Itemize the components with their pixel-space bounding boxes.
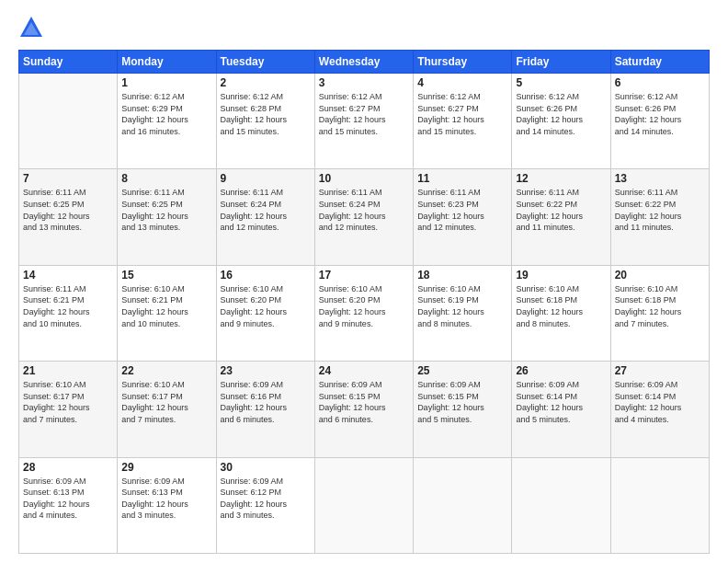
day-number: 25 [417, 364, 507, 377]
calendar-cell [414, 457, 512, 553]
day-info: Sunrise: 6:12 AM Sunset: 6:27 PM Dayligh… [319, 91, 409, 137]
day-info: Sunrise: 6:10 AM Sunset: 6:18 PM Dayligh… [615, 283, 705, 329]
day-number: 5 [516, 76, 606, 89]
calendar-cell: 27Sunrise: 6:09 AM Sunset: 6:14 PM Dayli… [610, 362, 709, 457]
day-number: 19 [516, 269, 606, 282]
day-number: 30 [221, 461, 311, 474]
day-number: 12 [516, 172, 606, 185]
day-info: Sunrise: 6:11 AM Sunset: 6:22 PM Dayligh… [615, 187, 705, 233]
calendar-week-row: 28Sunrise: 6:09 AM Sunset: 6:13 PM Dayli… [19, 457, 710, 553]
day-number: 28 [23, 461, 113, 474]
calendar-cell [19, 74, 118, 169]
day-number: 6 [615, 76, 705, 89]
calendar-week-row: 21Sunrise: 6:10 AM Sunset: 6:17 PM Dayli… [19, 362, 710, 457]
day-info: Sunrise: 6:10 AM Sunset: 6:17 PM Dayligh… [23, 379, 113, 425]
calendar-cell: 13Sunrise: 6:11 AM Sunset: 6:22 PM Dayli… [610, 169, 709, 265]
day-number: 1 [121, 76, 211, 89]
weekday-header-row: SundayMondayTuesdayWednesdayThursdayFrid… [19, 51, 710, 74]
day-number: 3 [319, 76, 409, 89]
calendar-cell: 12Sunrise: 6:11 AM Sunset: 6:22 PM Dayli… [512, 169, 610, 265]
day-number: 27 [615, 364, 705, 377]
day-number: 29 [121, 461, 211, 474]
weekday-monday: Monday [118, 51, 216, 74]
logo-icon [18, 15, 44, 40]
day-number: 7 [23, 172, 113, 185]
calendar-cell: 5Sunrise: 6:12 AM Sunset: 6:26 PM Daylig… [512, 74, 610, 169]
calendar-cell: 6Sunrise: 6:12 AM Sunset: 6:26 PM Daylig… [610, 74, 709, 169]
logo [18, 15, 48, 40]
day-info: Sunrise: 6:10 AM Sunset: 6:19 PM Dayligh… [417, 283, 507, 329]
day-number: 16 [221, 269, 311, 282]
calendar-cell: 17Sunrise: 6:10 AM Sunset: 6:20 PM Dayli… [314, 265, 413, 361]
day-info: Sunrise: 6:12 AM Sunset: 6:27 PM Dayligh… [417, 91, 507, 137]
day-info: Sunrise: 6:11 AM Sunset: 6:21 PM Dayligh… [23, 283, 113, 329]
calendar-cell [314, 457, 413, 553]
weekday-friday: Friday [512, 51, 610, 74]
calendar-cell: 28Sunrise: 6:09 AM Sunset: 6:13 PM Dayli… [19, 457, 118, 553]
calendar-cell: 8Sunrise: 6:11 AM Sunset: 6:25 PM Daylig… [118, 169, 216, 265]
calendar-cell: 22Sunrise: 6:10 AM Sunset: 6:17 PM Dayli… [118, 362, 216, 457]
day-info: Sunrise: 6:10 AM Sunset: 6:21 PM Dayligh… [121, 283, 211, 329]
calendar-week-row: 7Sunrise: 6:11 AM Sunset: 6:25 PM Daylig… [19, 169, 710, 265]
day-info: Sunrise: 6:09 AM Sunset: 6:13 PM Dayligh… [23, 476, 113, 522]
day-info: Sunrise: 6:11 AM Sunset: 6:24 PM Dayligh… [221, 187, 311, 233]
calendar-cell: 1Sunrise: 6:12 AM Sunset: 6:29 PM Daylig… [118, 74, 216, 169]
day-number: 14 [23, 269, 113, 282]
calendar-cell: 19Sunrise: 6:10 AM Sunset: 6:18 PM Dayli… [512, 265, 610, 361]
day-info: Sunrise: 6:09 AM Sunset: 6:14 PM Dayligh… [615, 379, 705, 425]
calendar-cell: 25Sunrise: 6:09 AM Sunset: 6:15 PM Dayli… [414, 362, 512, 457]
day-number: 23 [221, 364, 311, 377]
day-number: 17 [319, 269, 409, 282]
weekday-tuesday: Tuesday [216, 51, 314, 74]
day-number: 22 [121, 364, 211, 377]
day-info: Sunrise: 6:10 AM Sunset: 6:20 PM Dayligh… [221, 283, 311, 329]
calendar-cell: 30Sunrise: 6:09 AM Sunset: 6:12 PM Dayli… [216, 457, 314, 553]
day-info: Sunrise: 6:11 AM Sunset: 6:25 PM Dayligh… [121, 187, 211, 233]
day-number: 9 [221, 172, 311, 185]
calendar-cell: 20Sunrise: 6:10 AM Sunset: 6:18 PM Dayli… [610, 265, 709, 361]
calendar-cell: 10Sunrise: 6:11 AM Sunset: 6:24 PM Dayli… [314, 169, 413, 265]
day-info: Sunrise: 6:12 AM Sunset: 6:28 PM Dayligh… [221, 91, 311, 137]
calendar-cell: 26Sunrise: 6:09 AM Sunset: 6:14 PM Dayli… [512, 362, 610, 457]
day-number: 24 [319, 364, 409, 377]
weekday-sunday: Sunday [19, 51, 118, 74]
day-number: 2 [221, 76, 311, 89]
header [18, 15, 710, 40]
calendar-week-row: 14Sunrise: 6:11 AM Sunset: 6:21 PM Dayli… [19, 265, 710, 361]
day-info: Sunrise: 6:09 AM Sunset: 6:15 PM Dayligh… [319, 379, 409, 425]
day-number: 8 [121, 172, 211, 185]
calendar-cell: 18Sunrise: 6:10 AM Sunset: 6:19 PM Dayli… [414, 265, 512, 361]
day-number: 21 [23, 364, 113, 377]
day-info: Sunrise: 6:11 AM Sunset: 6:22 PM Dayligh… [516, 187, 606, 233]
calendar-cell: 15Sunrise: 6:10 AM Sunset: 6:21 PM Dayli… [118, 265, 216, 361]
calendar-cell [610, 457, 709, 553]
calendar-cell: 2Sunrise: 6:12 AM Sunset: 6:28 PM Daylig… [216, 74, 314, 169]
calendar-cell: 24Sunrise: 6:09 AM Sunset: 6:15 PM Dayli… [314, 362, 413, 457]
calendar-week-row: 1Sunrise: 6:12 AM Sunset: 6:29 PM Daylig… [19, 74, 710, 169]
day-info: Sunrise: 6:12 AM Sunset: 6:26 PM Dayligh… [615, 91, 705, 137]
calendar-cell: 9Sunrise: 6:11 AM Sunset: 6:24 PM Daylig… [216, 169, 314, 265]
calendar-cell: 4Sunrise: 6:12 AM Sunset: 6:27 PM Daylig… [414, 74, 512, 169]
calendar-cell: 29Sunrise: 6:09 AM Sunset: 6:13 PM Dayli… [118, 457, 216, 553]
calendar-cell: 23Sunrise: 6:09 AM Sunset: 6:16 PM Dayli… [216, 362, 314, 457]
day-info: Sunrise: 6:11 AM Sunset: 6:25 PM Dayligh… [23, 187, 113, 233]
weekday-thursday: Thursday [414, 51, 512, 74]
calendar-cell: 3Sunrise: 6:12 AM Sunset: 6:27 PM Daylig… [314, 74, 413, 169]
day-info: Sunrise: 6:10 AM Sunset: 6:18 PM Dayligh… [516, 283, 606, 329]
calendar-cell: 16Sunrise: 6:10 AM Sunset: 6:20 PM Dayli… [216, 265, 314, 361]
day-info: Sunrise: 6:09 AM Sunset: 6:12 PM Dayligh… [221, 476, 311, 522]
day-number: 13 [615, 172, 705, 185]
calendar-cell: 14Sunrise: 6:11 AM Sunset: 6:21 PM Dayli… [19, 265, 118, 361]
page: SundayMondayTuesdayWednesdayThursdayFrid… [0, 0, 728, 563]
calendar-cell: 21Sunrise: 6:10 AM Sunset: 6:17 PM Dayli… [19, 362, 118, 457]
day-info: Sunrise: 6:10 AM Sunset: 6:20 PM Dayligh… [319, 283, 409, 329]
day-info: Sunrise: 6:09 AM Sunset: 6:14 PM Dayligh… [516, 379, 606, 425]
day-info: Sunrise: 6:09 AM Sunset: 6:15 PM Dayligh… [417, 379, 507, 425]
weekday-saturday: Saturday [610, 51, 709, 74]
day-number: 26 [516, 364, 606, 377]
day-number: 4 [417, 76, 507, 89]
day-info: Sunrise: 6:11 AM Sunset: 6:23 PM Dayligh… [417, 187, 507, 233]
calendar-cell: 7Sunrise: 6:11 AM Sunset: 6:25 PM Daylig… [19, 169, 118, 265]
day-number: 20 [615, 269, 705, 282]
weekday-wednesday: Wednesday [314, 51, 413, 74]
